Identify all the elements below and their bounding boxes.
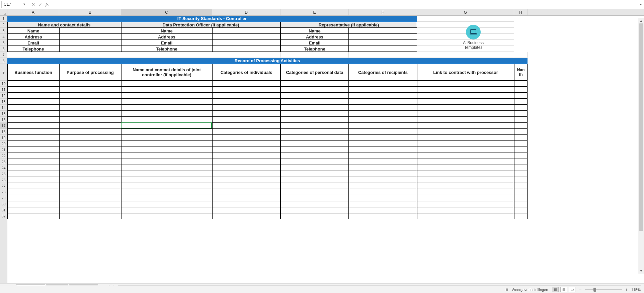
data-r31-c1[interactable] xyxy=(59,207,121,213)
row-header-13[interactable]: 13 xyxy=(0,99,7,105)
row-header-25[interactable]: 25 xyxy=(0,171,7,177)
data-r23-c7[interactable] xyxy=(514,159,528,165)
fx-icon[interactable]: fx xyxy=(46,2,49,7)
scroll-thumb[interactable] xyxy=(639,23,643,231)
contact-telephone[interactable]: Telephone xyxy=(7,46,59,52)
data-r29-c2[interactable] xyxy=(121,195,212,201)
data-r30-c2[interactable] xyxy=(121,201,212,207)
data-r13-c0[interactable] xyxy=(7,99,59,105)
data-r23-c1[interactable] xyxy=(59,159,121,165)
data-r21-c1[interactable] xyxy=(59,147,121,153)
contact-email[interactable]: Email xyxy=(7,40,59,46)
row-header-21[interactable]: 21 xyxy=(0,147,7,153)
data-r22-c6[interactable] xyxy=(417,153,514,159)
data-r18-c0[interactable] xyxy=(7,129,59,135)
data-r31-c0[interactable] xyxy=(7,207,59,213)
contact-name[interactable]: Name xyxy=(7,28,59,34)
data-r26-c2[interactable] xyxy=(121,177,212,183)
scroll-down-icon[interactable]: ▼ xyxy=(638,268,644,274)
data-r13-c2[interactable] xyxy=(121,99,212,105)
column-header-H[interactable]: H xyxy=(514,9,528,15)
data-r28-c0[interactable] xyxy=(7,189,59,195)
data-r19-c7[interactable] xyxy=(514,135,528,141)
data-r10-c5[interactable] xyxy=(349,81,417,87)
data-r11-c4[interactable] xyxy=(280,87,349,93)
data-r15-c1[interactable] xyxy=(59,111,121,117)
rep-email-value[interactable] xyxy=(349,40,417,46)
data-r14-c7[interactable] xyxy=(514,105,528,111)
data-r22-c7[interactable] xyxy=(514,153,528,159)
data-r29-c4[interactable] xyxy=(280,195,349,201)
column-header-C[interactable]: C xyxy=(121,9,212,15)
data-r29-c0[interactable] xyxy=(7,195,59,201)
header-5[interactable]: Categories of recipients xyxy=(349,64,417,81)
data-r23-c2[interactable] xyxy=(121,159,212,165)
data-r27-c0[interactable] xyxy=(7,183,59,189)
data-r21-c2[interactable] xyxy=(121,147,212,153)
data-r29-c3[interactable] xyxy=(212,195,280,201)
header-0[interactable]: Business function xyxy=(7,64,59,81)
data-r15-c0[interactable] xyxy=(7,111,59,117)
data-r12-c4[interactable] xyxy=(280,93,349,99)
dpo-address[interactable]: Address xyxy=(121,34,212,40)
cancel-icon[interactable]: ✕ xyxy=(31,2,35,7)
contact-name-value[interactable] xyxy=(59,28,121,34)
data-r17-c6[interactable] xyxy=(417,123,514,129)
data-r25-c6[interactable] xyxy=(417,171,514,177)
data-r16-c6[interactable] xyxy=(417,117,514,123)
data-r24-c5[interactable] xyxy=(349,165,417,171)
data-r19-c4[interactable] xyxy=(280,135,349,141)
data-r15-c7[interactable] xyxy=(514,111,528,117)
data-r24-c1[interactable] xyxy=(59,165,121,171)
data-r12-c0[interactable] xyxy=(7,93,59,99)
row-header-17[interactable]: 17 xyxy=(0,123,7,129)
data-r14-c5[interactable] xyxy=(349,105,417,111)
row-header-26[interactable]: 26 xyxy=(0,177,7,183)
data-r30-c3[interactable] xyxy=(212,201,280,207)
rep-name[interactable]: Name xyxy=(280,28,349,34)
data-r12-c7[interactable] xyxy=(514,93,528,99)
data-r20-c6[interactable] xyxy=(417,141,514,147)
accept-icon[interactable]: ✓ xyxy=(38,2,42,7)
data-r22-c0[interactable] xyxy=(7,153,59,159)
data-r25-c4[interactable] xyxy=(280,171,349,177)
row-header-29[interactable]: 29 xyxy=(0,195,7,201)
header-1[interactable]: Purpose of processing xyxy=(59,64,121,81)
cell-r7-0[interactable] xyxy=(7,52,59,58)
data-r21-c3[interactable] xyxy=(212,147,280,153)
data-r13-c3[interactable] xyxy=(212,99,280,105)
data-r14-c6[interactable] xyxy=(417,105,514,111)
row-header-12[interactable]: 12 xyxy=(0,93,7,99)
dpo-telephone[interactable]: Telephone xyxy=(121,46,212,52)
data-r14-c1[interactable] xyxy=(59,105,121,111)
data-r13-c7[interactable] xyxy=(514,99,528,105)
row-header-32[interactable]: 32 xyxy=(0,213,7,219)
dpo-telephone-value[interactable] xyxy=(212,46,280,52)
data-r30-c5[interactable] xyxy=(349,201,417,207)
data-r15-c3[interactable] xyxy=(212,111,280,117)
data-r15-c2[interactable] xyxy=(121,111,212,117)
row-header-19[interactable]: 19 xyxy=(0,135,7,141)
title-bar[interactable]: IT Security Standards - Controller xyxy=(7,16,417,22)
row-header-18[interactable]: 18 xyxy=(0,129,7,135)
data-r19-c2[interactable] xyxy=(121,135,212,141)
data-r16-c3[interactable] xyxy=(212,117,280,123)
data-r27-c7[interactable] xyxy=(514,183,528,189)
data-r19-c0[interactable] xyxy=(7,135,59,141)
data-r16-c1[interactable] xyxy=(59,117,121,123)
contact-email-value[interactable] xyxy=(59,40,121,46)
record-title[interactable]: Record of Processing Activities xyxy=(7,58,528,64)
data-r18-c6[interactable] xyxy=(417,129,514,135)
data-r13-c1[interactable] xyxy=(59,99,121,105)
row-header-1[interactable]: 1 xyxy=(0,16,7,22)
data-r21-c7[interactable] xyxy=(514,147,528,153)
data-r17-c5[interactable] xyxy=(349,123,417,129)
data-r18-c5[interactable] xyxy=(349,129,417,135)
data-r32-c1[interactable] xyxy=(59,213,121,219)
data-r12-c2[interactable] xyxy=(121,93,212,99)
data-r18-c3[interactable] xyxy=(212,129,280,135)
data-r25-c7[interactable] xyxy=(514,171,528,177)
data-r11-c1[interactable] xyxy=(59,87,121,93)
data-r32-c0[interactable] xyxy=(7,213,59,219)
data-r28-c7[interactable] xyxy=(514,189,528,195)
